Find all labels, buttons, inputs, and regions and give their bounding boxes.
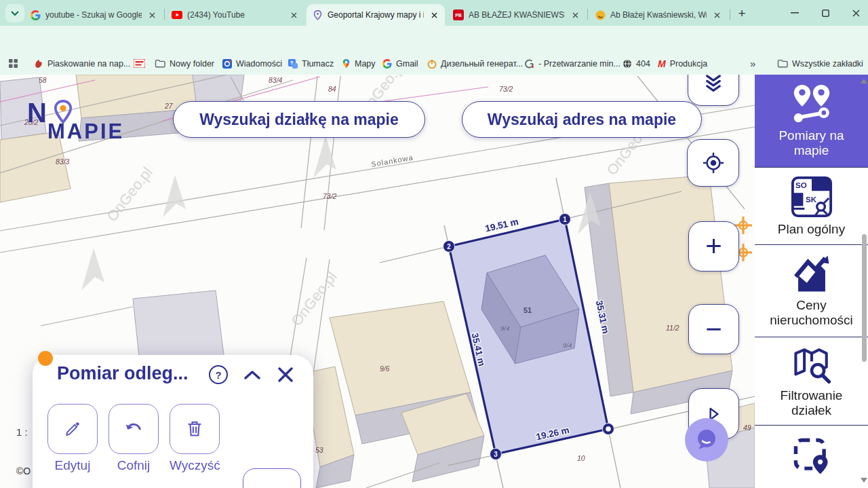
coin-icon (595, 10, 606, 20)
gps-target-icon (702, 151, 725, 174)
close-tab-icon[interactable] (429, 10, 439, 20)
red-logo-icon (34, 59, 43, 69)
close-tab-icon[interactable] (711, 10, 722, 20)
zoom-out-button[interactable]: − (688, 304, 739, 354)
close-panel-button[interactable] (278, 367, 293, 385)
map-filter-icon (792, 345, 831, 384)
youtube-icon (172, 10, 182, 20)
undo-button[interactable] (108, 404, 159, 454)
apps-grid-icon[interactable] (8, 52, 18, 75)
pb-badge-icon: PB (453, 10, 464, 20)
svg-text:SO: SO (795, 181, 807, 189)
panel-title: Pomiar odleg... (57, 363, 189, 384)
namapie-logo[interactable]: N MAPIE (27, 98, 146, 149)
collapse-panel-button[interactable] (244, 370, 260, 382)
map-pin-icon (312, 10, 323, 20)
zoom-in-button[interactable]: + (688, 221, 739, 271)
general-plan-icon: SO SK (791, 176, 833, 218)
tab-pb[interactable]: PB AB BŁAŻEJ KWAŚNIEWSKI, N (448, 4, 586, 26)
sidebar-item-label: Plan ogólny (760, 222, 863, 237)
edit-button[interactable] (47, 404, 98, 454)
chat-bubble-icon (693, 426, 720, 453)
bookmark-przetwarzanie[interactable]: - Przetwarzanie min... (525, 52, 620, 75)
bookmark-red-badge[interactable] (134, 52, 145, 75)
svg-text:84: 84 (328, 85, 336, 93)
svg-text:83/4: 83/4 (269, 76, 283, 84)
sidebar-scroll-down-arrow[interactable] (861, 478, 867, 483)
window-minimize-button[interactable] (785, 7, 804, 18)
hidden-panel-button[interactable] (243, 468, 301, 488)
new-tab-button[interactable]: + (734, 5, 750, 22)
bookmarks-overflow-chevron[interactable]: » (750, 52, 755, 75)
search-address-button[interactable]: Wyszukaj adres na mapie (462, 101, 702, 138)
sidebar-item-plan-ogolny[interactable]: SO SK Plan ogólny (755, 168, 868, 245)
sidebar-scroll-up-arrow[interactable] (861, 79, 867, 83)
tab-youtube-search[interactable]: youtube - Szukaj w Google (24, 4, 163, 26)
svg-text:OnGeo.pl: OnGeo.pl (103, 164, 156, 225)
undo-arrow-icon (123, 421, 144, 437)
close-tab-icon[interactable] (288, 10, 299, 20)
bookmark-404[interactable]: 404 (623, 52, 650, 75)
sidebar-item-filtrowanie[interactable]: Filtrowanie działek (755, 337, 868, 426)
folder-icon (155, 59, 165, 68)
logo-letter-n: N (27, 98, 47, 128)
close-tab-icon[interactable] (146, 10, 157, 20)
price-chart-icon (792, 255, 831, 294)
map-copyright: ©O (16, 466, 31, 476)
bookmark-piaskowanie[interactable]: Piaskowanie na nap... (34, 52, 130, 75)
m-logo-icon: M (658, 58, 666, 69)
sidebar-item-label: Filtrowanie działek (760, 388, 863, 417)
svg-text:2: 2 (447, 243, 451, 250)
map-area: OnGeo.pl OnGeo.pl OnGeo.pl OnGeo.pl Sola… (0, 75, 755, 488)
tools-sidebar: Pomiary na mapie SO SK Plan ogólny Ceny … (755, 75, 868, 488)
chat-widget-button[interactable] (685, 418, 728, 462)
svg-text:49: 49 (743, 424, 751, 432)
window-close-button[interactable] (846, 5, 865, 20)
svg-text:73/2: 73/2 (499, 85, 513, 93)
svg-text:53: 53 (315, 446, 323, 454)
tab-coin[interactable]: Ab Błażej Kwaśniewski, Wroc (589, 4, 728, 26)
globe-icon (623, 59, 632, 69)
collapse-panels-button[interactable] (688, 75, 739, 106)
g-icon (525, 59, 534, 69)
bookmark-produkcja[interactable]: MProdukcja (658, 52, 707, 75)
all-bookmarks-button[interactable]: Wszystkie zakładki (777, 52, 863, 75)
search-parcel-button[interactable]: Wyszukaj działkę na mapie (173, 101, 425, 138)
sidebar-scrollbar[interactable] (862, 234, 867, 362)
svg-text:9/6: 9/6 (380, 364, 390, 373)
close-tab-icon[interactable] (570, 10, 580, 20)
bookmark-mapy[interactable]: Mapy (342, 52, 376, 75)
svg-text:83/3: 83/3 (56, 157, 70, 166)
close-icon (278, 367, 293, 382)
sidebar-item-pomiary[interactable]: Pomiary na mapie (755, 75, 868, 168)
translate-icon (288, 59, 298, 69)
bookmark-tlumacz[interactable]: Tłumacz (288, 52, 334, 75)
clear-button[interactable] (170, 404, 220, 454)
chevron-up-icon (244, 371, 260, 379)
sidebar-item-label: Pomiary na mapie (760, 128, 863, 157)
chevron-down-icon (11, 11, 19, 16)
window-maximize-button[interactable] (816, 5, 835, 20)
pencil-icon (63, 419, 82, 438)
sidebar-item-label: Ceny nieruchomości (760, 298, 863, 327)
tab-search-button[interactable] (5, 4, 24, 22)
bookmark-gmail[interactable]: Gmail (382, 52, 418, 75)
help-icon[interactable]: ? (209, 365, 228, 384)
news-icon (222, 59, 232, 69)
tab-title: (2434) YouTube (187, 10, 283, 20)
bookmark-wiadomosci[interactable]: Wiadomości (222, 52, 282, 75)
undo-button-label: Cofnij (108, 458, 159, 473)
sidebar-item-ceny[interactable]: Ceny nieruchomości (755, 245, 868, 337)
sidebar-item-select-area[interactable] (755, 426, 868, 488)
svg-text:58: 58 (39, 76, 47, 84)
tab-youtube[interactable]: (2434) YouTube (166, 4, 304, 26)
map-scale-label: 1 : (16, 426, 28, 438)
bookmark-diesel[interactable]: Дизельный генерат... (427, 52, 523, 75)
locate-me-button[interactable] (687, 139, 739, 187)
svg-text:1: 1 (563, 216, 567, 223)
bookmark-nowy-folder[interactable]: Nowy folder (155, 52, 214, 75)
tab-separator (587, 9, 588, 20)
tab-geoportal-active[interactable]: Geoportal Krajowy mapy i in (307, 4, 445, 26)
svg-text:10: 10 (577, 454, 585, 462)
street-label: Solankowa (370, 153, 414, 168)
